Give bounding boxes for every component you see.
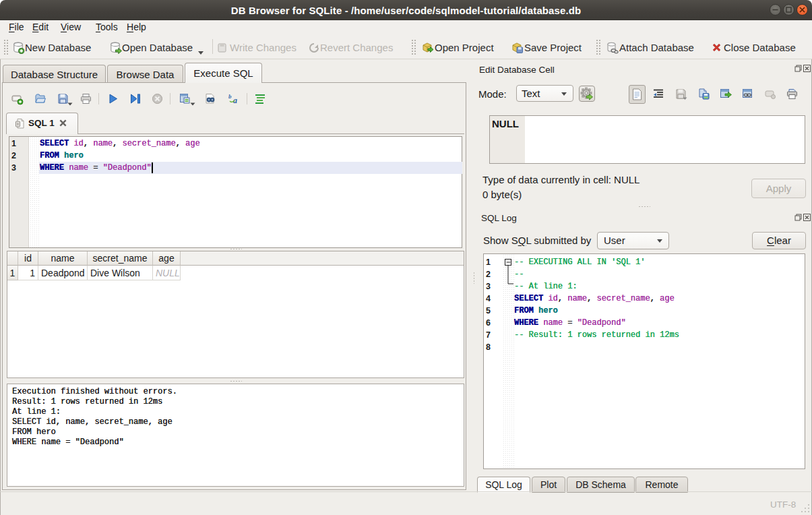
svg-text:b: b [228,93,232,100]
svg-text:a: a [233,96,237,104]
